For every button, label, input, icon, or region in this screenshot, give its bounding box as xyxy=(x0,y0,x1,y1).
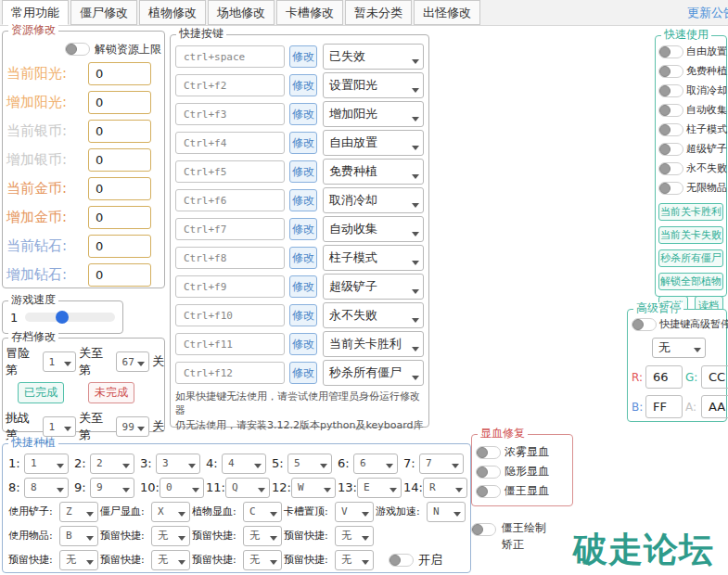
quick-action-button[interactable]: 秒杀所有僵尸 xyxy=(658,249,723,267)
function-key-dropdown[interactable]: 无 xyxy=(243,550,282,570)
slot-key-dropdown[interactable]: 4 xyxy=(222,454,266,474)
function-key-dropdown[interactable]: B xyxy=(59,526,98,546)
slot-key-dropdown[interactable]: 9 xyxy=(90,478,134,498)
function-key-dropdown[interactable]: 无 xyxy=(243,526,282,546)
resource-value-input[interactable]: 0 xyxy=(88,235,151,258)
modify-button[interactable]: 修改 xyxy=(289,362,317,384)
feature-toggle[interactable] xyxy=(658,182,683,195)
slot-key-dropdown[interactable]: 7 xyxy=(419,454,464,474)
modify-button[interactable]: 修改 xyxy=(289,247,317,269)
hotkey-input[interactable]: ctrl+space xyxy=(175,45,285,68)
quick-action-button[interactable]: 解锁全部植物 xyxy=(658,273,723,290)
function-key-dropdown[interactable]: Z xyxy=(59,502,98,522)
modify-button[interactable]: 修改 xyxy=(289,45,317,68)
slot-key-dropdown[interactable]: 8 xyxy=(24,478,69,498)
resource-value-input[interactable]: 0 xyxy=(88,91,151,114)
resource-value-input[interactable]: 0 xyxy=(88,206,151,229)
challenge-to-dropdown[interactable]: 99 xyxy=(116,416,149,437)
slot-key-dropdown[interactable]: Q xyxy=(225,478,270,498)
tab-field-mod[interactable]: 场地修改 xyxy=(208,0,275,25)
channel-value-input[interactable]: CC xyxy=(701,365,728,389)
hotkey-action-dropdown[interactable]: 柱子模式 xyxy=(323,245,424,271)
function-key-dropdown[interactable]: 无 xyxy=(151,526,190,546)
function-key-dropdown[interactable]: V xyxy=(335,502,374,522)
challenge-from-dropdown[interactable]: 1 xyxy=(43,416,76,437)
function-key-dropdown[interactable]: N xyxy=(427,502,466,522)
feature-toggle[interactable] xyxy=(658,45,683,58)
game-speed-slider[interactable] xyxy=(25,313,115,322)
slider-knob[interactable] xyxy=(56,311,69,324)
hotkey-action-dropdown[interactable]: 自动收集 xyxy=(323,216,424,242)
adventure-incomplete-button[interactable]: 未完成 xyxy=(88,382,134,403)
health-fix-toggle[interactable] xyxy=(476,466,501,479)
hotkey-action-dropdown[interactable]: 永不失败 xyxy=(323,302,424,328)
modify-button[interactable]: 修改 xyxy=(289,103,317,125)
resource-value-input[interactable]: 0 xyxy=(88,177,151,200)
tab-zombie-mod[interactable]: 僵尸修改 xyxy=(70,0,137,25)
feature-toggle[interactable] xyxy=(658,162,683,175)
slot-key-dropdown[interactable]: R xyxy=(423,478,467,498)
slot-key-dropdown[interactable]: E xyxy=(357,478,402,498)
feature-toggle[interactable] xyxy=(658,104,683,117)
slot-key-dropdown[interactable]: 1 xyxy=(24,454,69,474)
hotkey-action-dropdown[interactable]: 设置阳光 xyxy=(323,72,424,98)
tab-uncategorized[interactable]: 暂未分类 xyxy=(345,0,412,25)
hotkey-action-dropdown[interactable]: 自由放置 xyxy=(323,130,424,156)
adventure-to-dropdown[interactable]: 67 xyxy=(116,351,149,372)
hotkey-input[interactable]: Ctrl+f12 xyxy=(175,362,285,384)
tab-spawn-mod[interactable]: 出怪修改 xyxy=(414,0,480,25)
modify-button[interactable]: 修改 xyxy=(289,74,317,96)
advanced-pause-toggle[interactable] xyxy=(632,318,657,331)
quick-action-button[interactable]: 当前关卡胜利 xyxy=(658,203,723,221)
modify-button[interactable]: 修改 xyxy=(289,132,317,154)
boss-draw-fix-toggle[interactable] xyxy=(471,523,496,536)
function-key-dropdown[interactable]: X xyxy=(151,502,190,522)
resource-value-input[interactable]: 0 xyxy=(88,263,151,287)
hotkey-action-dropdown[interactable]: 已失效 xyxy=(323,44,424,70)
slot-key-dropdown[interactable]: 6 xyxy=(353,454,398,474)
hotkey-input[interactable]: Ctrl+f4 xyxy=(175,132,285,154)
enable-toggle[interactable] xyxy=(389,554,414,567)
hotkey-input[interactable]: Ctrl+f11 xyxy=(175,333,285,355)
update-notice-link[interactable]: 更新公告 xyxy=(687,5,728,21)
function-key-dropdown[interactable]: 无 xyxy=(335,526,374,546)
adventure-complete-button[interactable]: 已完成 xyxy=(18,382,64,403)
modify-button[interactable]: 修改 xyxy=(289,333,317,355)
pause-hotkey-dropdown[interactable]: 无 xyxy=(652,338,706,358)
hotkey-input[interactable]: Ctrl+f3 xyxy=(175,103,285,125)
hotkey-input[interactable]: Ctrl+f9 xyxy=(175,275,285,298)
hotkey-input[interactable]: Ctrl+f2 xyxy=(175,74,285,96)
feature-toggle[interactable] xyxy=(658,143,683,156)
modify-button[interactable]: 修改 xyxy=(289,189,317,211)
health-fix-toggle[interactable] xyxy=(476,446,501,459)
hotkey-input[interactable]: Ctrl+f8 xyxy=(175,247,285,269)
hotkey-input[interactable]: Ctrl+f7 xyxy=(175,218,285,240)
slot-key-dropdown[interactable]: 5 xyxy=(287,454,332,474)
modify-button[interactable]: 修改 xyxy=(289,275,317,298)
hotkey-input[interactable]: Ctrl+f5 xyxy=(175,160,285,183)
adventure-from-dropdown[interactable]: 1 xyxy=(43,351,76,372)
quick-action-button[interactable]: 当前关卡失败 xyxy=(658,226,723,244)
tab-slot-mod[interactable]: 卡槽修改 xyxy=(276,0,343,25)
channel-value-input[interactable]: FF xyxy=(645,395,683,418)
hotkey-input[interactable]: Ctrl+f6 xyxy=(175,189,285,211)
hotkey-action-dropdown[interactable]: 秒杀所有僵尸 xyxy=(323,360,424,386)
feature-toggle[interactable] xyxy=(658,123,683,136)
hotkey-action-dropdown[interactable]: 增加阳光 xyxy=(323,101,424,127)
function-key-dropdown[interactable]: 无 xyxy=(335,550,374,570)
hotkey-action-dropdown[interactable]: 当前关卡胜利 xyxy=(323,331,424,357)
health-fix-toggle[interactable] xyxy=(476,485,501,498)
unlock-cap-toggle[interactable] xyxy=(65,43,90,56)
modify-button[interactable]: 修改 xyxy=(289,218,317,240)
feature-toggle[interactable] xyxy=(658,84,683,97)
hotkey-input[interactable]: Ctrl+f10 xyxy=(175,304,285,326)
slot-key-dropdown[interactable]: 0 xyxy=(160,478,204,498)
modify-button[interactable]: 修改 xyxy=(289,160,317,183)
channel-value-input[interactable]: 66 xyxy=(645,365,683,389)
function-key-dropdown[interactable]: 无 xyxy=(151,550,190,570)
feature-toggle[interactable] xyxy=(658,65,683,78)
channel-value-input[interactable]: AA xyxy=(701,395,728,418)
slot-key-dropdown[interactable]: W xyxy=(291,478,336,498)
tab-plant-mod[interactable]: 植物修改 xyxy=(139,0,206,25)
modify-button[interactable]: 修改 xyxy=(289,304,317,326)
